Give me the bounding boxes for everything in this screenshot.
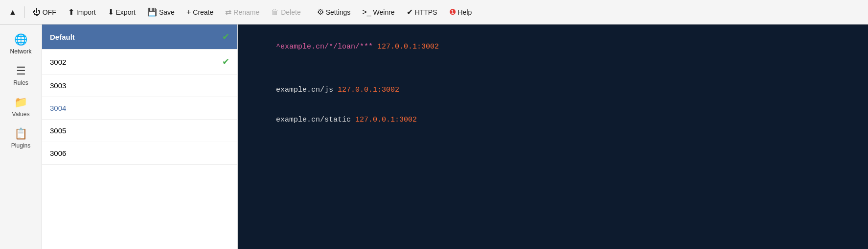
settings-label: Settings [326, 8, 351, 16]
rule-target-1: 127.0.0.1:3002 [377, 43, 439, 51]
main-toolbar: ▲ ⏻ OFF ⬆ Import ⬇ Export 💾 Save + Creat… [0, 0, 868, 25]
create-icon: + [186, 8, 191, 17]
delete-icon: 🗑 [271, 8, 279, 17]
rule-pattern-1: ^example.cn/*/loan/*** [276, 43, 373, 51]
rules-icon: ☰ [16, 65, 26, 77]
export-button[interactable]: ⬇ Export [103, 5, 140, 19]
create-button[interactable]: + Create [182, 6, 218, 19]
sidebar-item-label-values: Values [12, 111, 30, 118]
rule-line-2: example.cn/js 127.0.0.1:3002 [250, 77, 856, 102]
create-label: Create [193, 8, 213, 16]
import-label: Import [76, 8, 96, 16]
help-label: Help [458, 8, 472, 16]
delete-label: Delete [281, 8, 300, 16]
profile-name-3005: 3005 [50, 126, 66, 135]
rule-line-blank [250, 64, 856, 73]
settings-icon: ⚙ [317, 7, 324, 17]
weinre-button[interactable]: >_ Weinre [357, 6, 399, 19]
weinre-label: Weinre [373, 8, 395, 16]
main-layout: 🌐 Network ☰ Rules 📁 Values 📋 Plugins Def… [0, 25, 868, 249]
profile-name-3004: 3004 [50, 104, 66, 112]
https-icon: ✔ [407, 7, 413, 17]
profile-name-3003: 3003 [50, 81, 66, 90]
rule-line-1: ^example.cn/*/loan/*** 127.0.0.1:3002 [250, 34, 856, 59]
profile-name-3006: 3006 [50, 149, 66, 157]
export-label: Export [116, 8, 136, 16]
collapse-button[interactable]: ▲ [4, 6, 22, 19]
rule-line-3: example.cn/static 127.0.0.1:3002 [250, 107, 856, 132]
profile-check-default: ✔ [222, 31, 229, 42]
settings-button[interactable]: ⚙ Settings [312, 5, 356, 19]
profile-list: Default ✔ 3002 ✔ 3003 3004 3005 3006 [42, 25, 238, 249]
save-button[interactable]: 💾 Save [142, 5, 180, 19]
profile-item-3003[interactable]: 3003 [42, 75, 237, 97]
import-icon: ⬆ [68, 7, 74, 17]
save-label: Save [159, 8, 175, 16]
rule-pattern-3: example.cn/static [276, 116, 351, 124]
profile-check-3002: ✔ [222, 56, 229, 67]
profile-item-3002[interactable]: 3002 ✔ [42, 50, 237, 75]
toolbar-divider-1 [24, 6, 25, 18]
content-panel: ^example.cn/*/loan/*** 127.0.0.1:3002 ex… [238, 25, 868, 249]
values-icon: 📁 [14, 96, 27, 109]
sidebar-nav: 🌐 Network ☰ Rules 📁 Values 📋 Plugins [0, 25, 42, 249]
rename-button[interactable]: ⇄ Rename [220, 5, 264, 19]
toolbar-divider-2 [309, 6, 309, 18]
sidebar-item-rules[interactable]: ☰ Rules [0, 60, 42, 91]
off-button[interactable]: ⏻ OFF [28, 6, 61, 19]
export-icon: ⬇ [108, 7, 114, 17]
sidebar-item-label-plugins: Plugins [11, 142, 30, 149]
rename-icon: ⇄ [225, 7, 231, 17]
profile-item-3005[interactable]: 3005 [42, 120, 237, 142]
save-icon: 💾 [147, 7, 157, 17]
rule-pattern-2: example.cn/js [276, 86, 333, 94]
help-button[interactable]: ❶ Help [444, 5, 477, 19]
profile-name-default: Default [50, 33, 75, 41]
rule-target-3: 127.0.0.1:3002 [355, 116, 417, 124]
https-button[interactable]: ✔ HTTPS [402, 5, 442, 19]
weinre-icon: >_ [362, 8, 371, 17]
profile-name-3002: 3002 [50, 58, 66, 66]
rule-target-2: 127.0.0.1:3002 [338, 86, 399, 94]
delete-button[interactable]: 🗑 Delete [266, 6, 305, 19]
profile-item-default[interactable]: Default ✔ [42, 25, 237, 50]
sidebar-item-label-rules: Rules [13, 79, 28, 86]
power-icon: ⏻ [33, 8, 41, 17]
help-icon: ❶ [449, 7, 456, 17]
sidebar-item-values[interactable]: 📁 Values [0, 91, 42, 123]
collapse-icon: ▲ [9, 8, 17, 17]
plugins-icon: 📋 [14, 127, 27, 140]
sidebar-item-label-network: Network [10, 48, 31, 55]
import-button[interactable]: ⬆ Import [63, 5, 101, 19]
rename-label: Rename [233, 8, 259, 16]
network-icon: 🌐 [14, 33, 27, 46]
profile-item-3004[interactable]: 3004 [42, 97, 237, 120]
off-label: OFF [43, 8, 56, 16]
https-label: HTTPS [415, 8, 437, 16]
sidebar-item-plugins[interactable]: 📋 Plugins [0, 123, 42, 154]
sidebar-item-network[interactable]: 🌐 Network [0, 28, 42, 60]
profile-item-3006[interactable]: 3006 [42, 142, 237, 165]
